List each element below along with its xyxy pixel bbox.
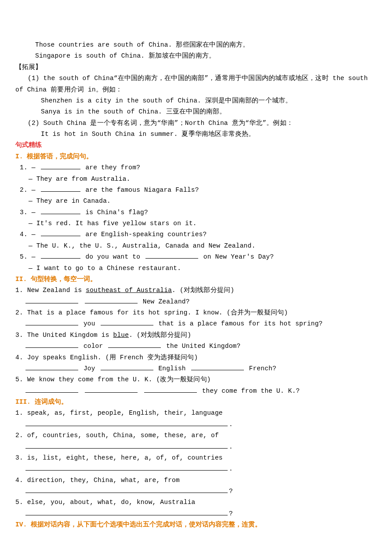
q-tail: is China's flag? bbox=[82, 209, 148, 216]
fill-blank[interactable] bbox=[25, 508, 228, 515]
s3-q5: 5. else, you, about, what, do, know, Aus… bbox=[15, 497, 377, 508]
s3-q5-blank: ? bbox=[15, 508, 377, 519]
punct: ? bbox=[229, 510, 233, 517]
fill-blank[interactable] bbox=[25, 442, 228, 449]
page-content: Those countries are south of China. 那些国家… bbox=[0, 0, 392, 555]
s1-a2: — They are in Canada. bbox=[15, 196, 377, 207]
fill-blank[interactable] bbox=[25, 341, 78, 348]
s3-q4: 4. direction, they, China, what, are, fr… bbox=[15, 475, 377, 486]
s3-q4-blank: ? bbox=[15, 486, 377, 497]
expansion-ex2: Sanya is in the south of China. 三亚在中国的南部… bbox=[15, 106, 377, 117]
fill-blank[interactable] bbox=[41, 230, 80, 237]
s2-q1: 1. New Zealand is southeast of Australia… bbox=[15, 285, 377, 296]
s1-q4: 4. — are English-speaking countries? bbox=[15, 229, 377, 240]
s1-q5: 5. — do you want to on New Year's Day? bbox=[15, 252, 377, 263]
expansion-p2: (2) South China 是一个专有名词，意为“华南”；North Chi… bbox=[15, 118, 377, 129]
q-pre: 3. The United Kingdom is bbox=[15, 332, 113, 339]
q-tail: are English-speaking countries? bbox=[82, 231, 207, 238]
example-line-1: Those countries are south of China. 那些国家… bbox=[15, 40, 377, 51]
fill-blank[interactable] bbox=[25, 296, 78, 303]
s2-q4: 4. Joy speaks English. (用 French 变为选择疑问句… bbox=[15, 352, 377, 363]
s2-q5: 5. We know they come from the U. K. (改为一… bbox=[15, 374, 377, 385]
s3-q1: 1. speak, as, first, people, English, th… bbox=[15, 408, 377, 419]
s2-q1-blank: New Zealand? bbox=[15, 296, 377, 307]
expansion-ex3: It is hot in South China in summer. 夏季华南… bbox=[15, 129, 377, 140]
fill-blank[interactable] bbox=[25, 464, 228, 471]
expansion-ex1: Shenzhen is a city in the south of China… bbox=[15, 95, 377, 106]
fill-blank[interactable] bbox=[108, 341, 161, 348]
text-en: It is hot in South China in summer. bbox=[41, 131, 178, 138]
s2-q3-blank: color the United Kingdom? bbox=[15, 341, 377, 352]
text-zh: 那些国家在中国的南方。 bbox=[172, 41, 250, 48]
q-mid: you bbox=[80, 320, 99, 327]
underlined-text: blue bbox=[113, 332, 129, 339]
q-tail: on New Year's Day? bbox=[200, 253, 274, 260]
fill-blank[interactable] bbox=[145, 252, 198, 259]
punct: . bbox=[229, 443, 233, 450]
fill-blank[interactable] bbox=[41, 185, 80, 192]
fill-blank[interactable] bbox=[41, 252, 80, 259]
example-line-2: Singapore is south of China. 新加坡在中国的南方。 bbox=[15, 51, 377, 62]
s3-q3: 3. is, list, eight, these, here, a, of, … bbox=[15, 453, 377, 464]
punct: . bbox=[229, 421, 233, 428]
fill-blank[interactable] bbox=[41, 163, 80, 170]
text-en: Shenzhen is a city in the south of China… bbox=[41, 97, 201, 104]
s3-q2: 2. of, countries, south, China, some, th… bbox=[15, 430, 377, 441]
q-tail: they come from the U. K.? bbox=[198, 387, 300, 394]
q-p3: French? bbox=[245, 365, 276, 372]
s2-q4-blank: Joy English French? bbox=[15, 363, 377, 374]
text-zh: 夏季华南地区非常炎热。 bbox=[178, 131, 255, 138]
s2-q2-blank: you that is a place famous for its hot s… bbox=[15, 318, 377, 329]
fill-blank[interactable] bbox=[41, 207, 80, 214]
s3-q3-blank: . bbox=[15, 464, 377, 475]
s1-a4: — The U. K., the U. S., Australia, Canad… bbox=[15, 241, 377, 252]
q-tail: New Zealand? bbox=[139, 298, 190, 305]
q-tail: the United Kingdom? bbox=[162, 343, 240, 350]
q-p2: English bbox=[155, 365, 190, 372]
text-zh: 三亚在中国的南部。 bbox=[162, 108, 226, 115]
fill-blank[interactable] bbox=[25, 363, 78, 370]
q-mid: do you want to bbox=[82, 253, 144, 260]
fill-blank[interactable] bbox=[101, 319, 153, 326]
s3-q2-blank: . bbox=[15, 442, 377, 453]
q-post: . (对划线部分提问) bbox=[129, 332, 191, 339]
heading-s4: IV. 根据对话内容，从下面七个选项中选出五个完成对话，使对话内容完整，连贯。 bbox=[15, 519, 377, 530]
text-zh: 新加坡在中国的南方。 bbox=[145, 52, 215, 59]
q-tail: are they from? bbox=[82, 164, 141, 171]
s2-q2: 2. That is a place famous for its hot sp… bbox=[15, 307, 377, 318]
fill-blank[interactable] bbox=[25, 386, 78, 393]
heading-practice: 句式精练 bbox=[15, 140, 377, 151]
fill-blank[interactable] bbox=[25, 319, 78, 326]
expansion-p1a: (1) the south of China“在中国的南方，在中国的南部”，通常… bbox=[15, 73, 377, 84]
s1-q1: 1. — are they from? bbox=[15, 162, 377, 173]
fill-blank[interactable] bbox=[101, 363, 153, 370]
heading-s2: II. 句型转换，每空一词。 bbox=[15, 274, 377, 285]
q-tail: are the famous Niagara Falls? bbox=[82, 186, 199, 194]
punct: . bbox=[229, 465, 233, 472]
text-en: Sanya is in the south of China. bbox=[41, 108, 162, 115]
text-en: Those countries are south of China. bbox=[35, 41, 172, 48]
fill-blank[interactable] bbox=[85, 386, 138, 393]
expansion-label: 【拓展】 bbox=[15, 62, 377, 73]
text-zh: 深圳是中国南部的一个城市。 bbox=[201, 97, 292, 104]
fill-blank[interactable] bbox=[25, 419, 228, 426]
q-tail: that is a place famous for its hot sprin… bbox=[155, 320, 323, 327]
fill-blank[interactable] bbox=[144, 386, 197, 393]
q-pre: 1. New Zealand is bbox=[15, 287, 86, 294]
fill-blank[interactable] bbox=[25, 486, 228, 493]
q-mid: color bbox=[80, 343, 107, 350]
fill-blank[interactable] bbox=[85, 296, 138, 303]
fill-blank[interactable] bbox=[191, 363, 244, 370]
s1-q3: 3. — is China's flag? bbox=[15, 207, 377, 218]
text-en: Singapore is south of China. bbox=[35, 52, 145, 59]
s1-a5: — I want to go to a Chinese restaurant. bbox=[15, 263, 377, 274]
s1-a3: — It's red. It has five yellow stars on … bbox=[15, 218, 377, 229]
q-p1: Joy bbox=[80, 365, 99, 372]
q-post: . (对划线部分提问) bbox=[172, 287, 234, 294]
punct: ? bbox=[229, 488, 233, 495]
heading-s3: III. 连词成句。 bbox=[15, 397, 377, 408]
heading-s1: I. 根据答语，完成问句。 bbox=[15, 151, 377, 162]
s1-q2: 2. — are the famous Niagara Falls? bbox=[15, 185, 377, 196]
expansion-p1b: of China 前要用介词 in。例如： bbox=[15, 84, 377, 95]
underlined-text: southeast of Australia bbox=[86, 287, 172, 294]
